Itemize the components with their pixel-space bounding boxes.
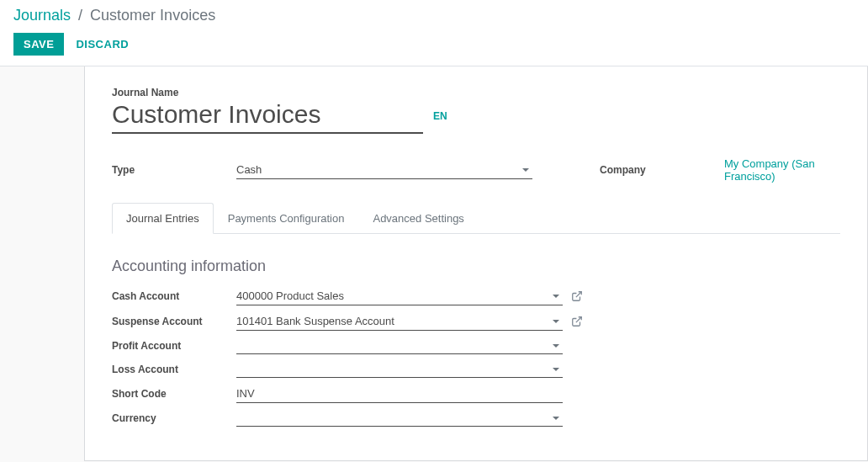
discard-button[interactable]: DISCARD <box>76 38 129 50</box>
suspense-account-select[interactable]: 101401 Bank Suspense Account <box>236 312 563 331</box>
action-buttons: SAVE DISCARD <box>13 33 855 56</box>
company-link[interactable]: My Company (San Francisco) <box>724 157 840 183</box>
journal-name-label: Journal Name <box>112 87 423 98</box>
svg-line-0 <box>576 292 581 297</box>
breadcrumb: Journals / Customer Invoices <box>13 7 855 24</box>
svg-line-1 <box>576 317 581 322</box>
profit-account-label: Profit Account <box>112 340 236 352</box>
loss-account-select[interactable] <box>236 361 563 378</box>
company-label: Company <box>600 164 724 176</box>
tab-journal-entries[interactable]: Journal Entries <box>112 203 214 234</box>
save-button[interactable]: SAVE <box>13 33 64 56</box>
external-link-icon[interactable] <box>571 316 583 327</box>
control-panel: Journals / Customer Invoices SAVE DISCAR… <box>0 0 868 66</box>
breadcrumb-parent[interactable]: Journals <box>13 7 71 24</box>
type-label: Type <box>112 164 236 176</box>
tab-advanced-settings[interactable]: Advanced Settings <box>358 203 478 234</box>
loss-account-label: Loss Account <box>112 364 236 375</box>
external-link-icon[interactable] <box>571 290 583 302</box>
short-code-input[interactable] <box>236 385 563 403</box>
form-sheet: Journal Name EN Type Cash Company My Com… <box>84 66 868 461</box>
language-indicator[interactable]: EN <box>433 110 447 134</box>
tab-bar: Journal Entries Payments Configuration A… <box>112 203 840 234</box>
type-select[interactable]: Cash <box>236 161 532 179</box>
breadcrumb-current: Customer Invoices <box>90 7 215 24</box>
profit-account-select[interactable] <box>236 337 563 354</box>
cash-account-select[interactable]: 400000 Product Sales <box>236 287 563 305</box>
suspense-account-label: Suspense Account <box>112 316 236 327</box>
journal-name-input[interactable] <box>112 98 423 134</box>
currency-label: Currency <box>112 412 236 424</box>
currency-select[interactable] <box>236 410 563 427</box>
breadcrumb-separator: / <box>78 7 82 24</box>
tab-payments-configuration[interactable]: Payments Configuration <box>214 203 359 234</box>
cash-account-label: Cash Account <box>112 290 236 302</box>
accounting-section-title: Accounting information <box>112 258 840 275</box>
short-code-label: Short Code <box>112 388 236 400</box>
